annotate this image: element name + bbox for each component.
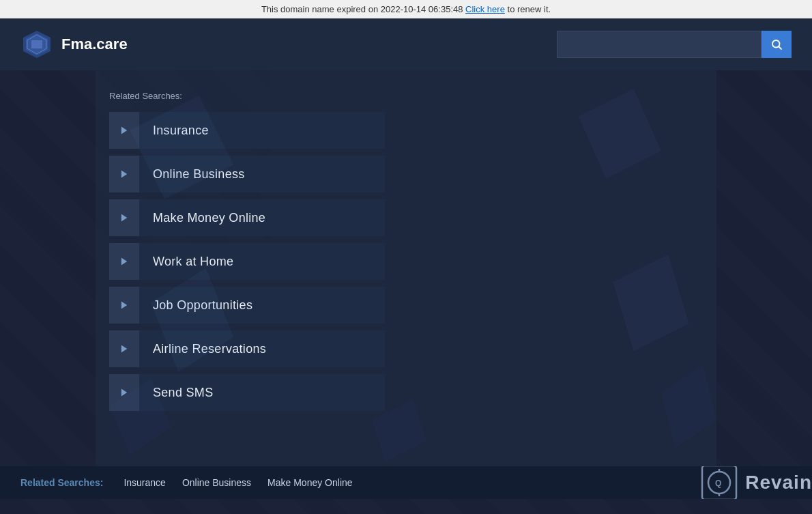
main-content: Related Searches: Insurance Online Busin… [96,70,716,466]
banner-suffix: to renew it. [508,4,551,14]
search-item-label-6: Send SMS [139,374,385,411]
svg-marker-15 [121,214,127,221]
arrow-icon-4 [109,287,139,324]
search-input[interactable] [557,31,762,58]
header: Fma.care [0,18,812,70]
search-button[interactable] [762,31,792,58]
footer-bar: Related Searches: Insurance Online Busin… [0,466,812,499]
search-item-label-2: Make Money Online [139,199,385,236]
logo-area: Fma.care [20,28,128,61]
arrow-icon-5 [109,330,139,367]
footer-link-make-money-online[interactable]: Make Money Online [267,477,353,488]
footer-link-insurance[interactable]: Insurance [124,477,165,488]
svg-marker-2 [31,40,42,48]
svg-line-5 [779,46,781,49]
related-searches-label: Related Searches: [96,91,716,101]
search-item-make-money-online[interactable]: Make Money Online [109,199,703,236]
svg-point-4 [772,40,780,48]
svg-text:Q: Q [715,479,721,488]
search-items-list: Insurance Online Business Make Money Onl… [96,112,716,411]
logo-text: Fma.care [61,35,128,53]
arrow-icon-0 [109,112,139,149]
search-item-label-5: Airline Reservations [139,330,385,367]
search-icon [770,38,783,51]
footer-link-online-business[interactable]: Online Business [182,477,251,488]
search-item-send-sms[interactable]: Send SMS [109,374,703,411]
svg-marker-13 [121,126,127,134]
search-item-job-opportunities[interactable]: Job Opportunities [109,287,703,324]
search-item-online-business[interactable]: Online Business [109,156,703,192]
svg-marker-18 [121,345,127,352]
top-banner: This domain name expired on 2022-10-14 0… [0,0,812,18]
search-item-insurance[interactable]: Insurance [109,112,703,149]
revain-text: Revain [745,472,812,494]
svg-marker-19 [121,388,127,396]
search-item-label-3: Work at Home [139,243,385,280]
svg-marker-16 [121,257,127,265]
banner-text: This domain name expired on 2022-10-14 0… [261,4,463,14]
search-area [557,31,792,58]
revain-watermark: Q Revain [699,466,812,499]
search-item-label-0: Insurance [139,112,385,149]
arrow-icon-6 [109,374,139,411]
search-item-work-at-home[interactable]: Work at Home [109,243,703,280]
revain-icon: Q [699,466,740,499]
search-item-label-4: Job Opportunities [139,287,385,324]
arrow-icon-1 [109,156,139,192]
svg-marker-17 [121,301,127,309]
svg-marker-14 [121,170,127,177]
footer-related-label: Related Searches: [20,477,103,488]
search-item-label-1: Online Business [139,156,385,192]
arrow-icon-2 [109,199,139,236]
search-item-airline-reservations[interactable]: Airline Reservations [109,330,703,367]
arrow-icon-3 [109,243,139,280]
renew-link[interactable]: Click here [465,4,505,14]
logo-icon [20,28,53,61]
footer-links: Insurance Online Business Make Money Onl… [124,477,792,488]
